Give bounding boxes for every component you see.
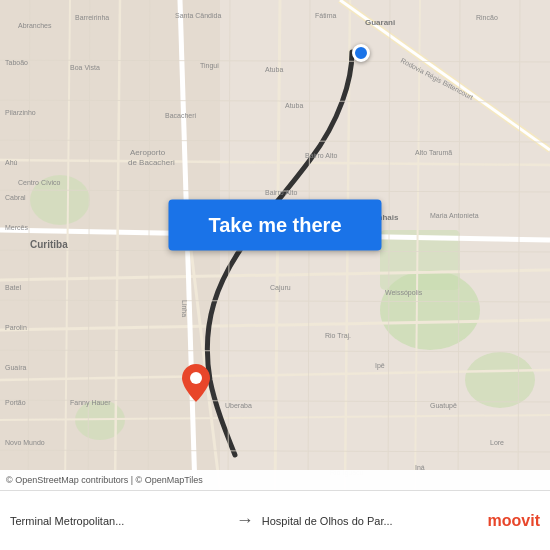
svg-text:Fanny Hauer: Fanny Hauer — [70, 399, 111, 407]
svg-text:Maria Antonieta: Maria Antonieta — [430, 212, 479, 219]
svg-text:Portão: Portão — [5, 399, 26, 406]
svg-text:Guatupê: Guatupê — [430, 402, 457, 410]
svg-text:Abranches: Abranches — [18, 22, 52, 29]
attribution-text: © OpenStreetMap contributors | © OpenMap… — [6, 475, 203, 485]
svg-text:Barreirinha: Barreirinha — [75, 14, 109, 21]
svg-text:Curitiba: Curitiba — [30, 239, 68, 250]
svg-text:Guaíra: Guaíra — [5, 364, 27, 371]
svg-point-85 — [190, 372, 202, 384]
destination-marker — [352, 44, 370, 62]
svg-text:Fátima: Fátima — [315, 12, 337, 19]
bottom-bar: Terminal Metropolitan... → Hospital de O… — [0, 490, 550, 550]
svg-text:Bairro Alto: Bairro Alto — [305, 152, 337, 159]
svg-text:Pilarzinho: Pilarzinho — [5, 109, 36, 116]
svg-text:Rincão: Rincão — [476, 14, 498, 21]
svg-text:Bacacheri: Bacacheri — [165, 112, 197, 119]
svg-text:Bairro Alto: Bairro Alto — [265, 189, 297, 196]
svg-text:Guarani: Guarani — [365, 18, 395, 27]
attribution-bar: © OpenStreetMap contributors | © OpenMap… — [0, 470, 550, 490]
svg-text:Tingui: Tingui — [200, 62, 219, 70]
origin-marker — [182, 364, 210, 402]
svg-text:Taboão: Taboão — [5, 59, 28, 66]
svg-text:Cabral: Cabral — [5, 194, 26, 201]
map-container: Abranches Barreirinha Santa Cândida Fáti… — [0, 0, 550, 490]
svg-text:Aeroporto: Aeroporto — [130, 148, 166, 157]
svg-point-4 — [465, 352, 535, 408]
svg-text:Batel: Batel — [5, 284, 21, 291]
svg-text:Atuba: Atuba — [285, 102, 303, 109]
svg-text:Novo Mundo: Novo Mundo — [5, 439, 45, 446]
svg-text:Weissópolis: Weissópolis — [385, 289, 423, 297]
svg-text:Ipê: Ipê — [375, 362, 385, 370]
route-info: Terminal Metropolitan... → Hospital de O… — [10, 510, 540, 531]
svg-text:Parolin: Parolin — [5, 324, 27, 331]
svg-text:Boa Vista: Boa Vista — [70, 64, 100, 71]
svg-text:Alto Tarumã: Alto Tarumã — [415, 149, 452, 156]
svg-text:Ahú: Ahú — [5, 159, 18, 166]
svg-text:Centro Cívico: Centro Cívico — [18, 179, 61, 186]
svg-text:Mercês: Mercês — [5, 224, 28, 231]
svg-text:Rio Traj.: Rio Traj. — [325, 332, 351, 340]
svg-text:Atuba: Atuba — [265, 66, 283, 73]
svg-text:Cajuru: Cajuru — [270, 284, 291, 292]
svg-text:Linha: Linha — [181, 300, 188, 317]
svg-text:Santa Cândida: Santa Cândida — [175, 12, 221, 19]
svg-text:de Bacacheri: de Bacacheri — [128, 158, 175, 167]
svg-text:Lore: Lore — [490, 439, 504, 446]
take-me-there-button[interactable]: Take me there — [168, 200, 381, 251]
moovit-logo: moovit — [488, 512, 540, 530]
origin-text: Terminal Metropolitan... — [10, 515, 228, 527]
destination-text: Hospital de Olhos do Par... — [262, 515, 480, 527]
svg-text:Uberaba: Uberaba — [225, 402, 252, 409]
route-arrow: → — [236, 510, 254, 531]
